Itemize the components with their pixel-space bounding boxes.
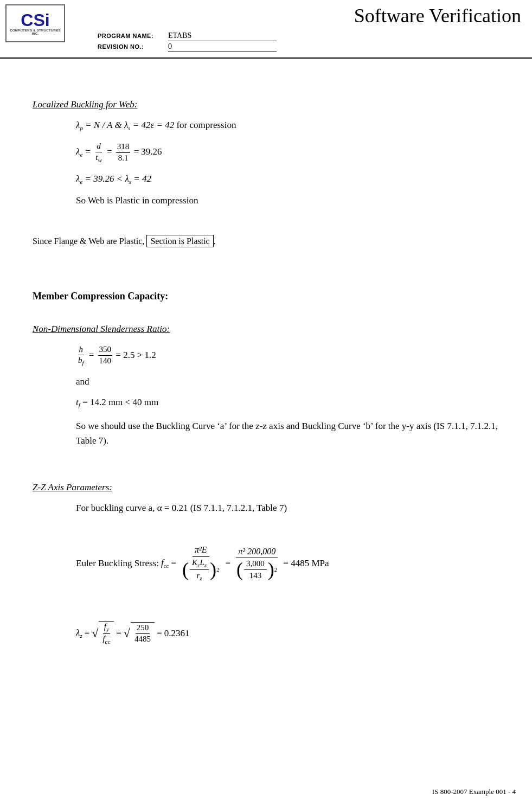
alpha-text: For buckling curve a, α = 0.21 (IS 7.1.1… xyxy=(76,503,499,514)
web-plastic-text: So Web is Plastic in compression xyxy=(76,195,499,206)
compression-capacity-title: Member Compression Capacity: xyxy=(33,291,499,302)
zz-axis-title: Z-Z Axis Parameters: xyxy=(33,482,499,493)
lambda-e-compare-formula: λe = 39.26 < λs = 42 xyxy=(76,174,499,185)
compression-text: for compression xyxy=(176,120,236,130)
lambda-e-formula: λe = d tw = 318 8.1 = 39.26 xyxy=(76,141,499,164)
and-text: and xyxy=(76,376,499,387)
logo-csi-text: CSi xyxy=(21,11,49,29)
revision-row: REVISION NO.: 0 xyxy=(98,42,277,52)
flange-web-plastic: Since Flange & Web are Plastic, Section … xyxy=(33,235,499,248)
euler-label: Euler Buckling Stress: xyxy=(76,558,159,569)
program-name-value: ETABS xyxy=(168,31,277,41)
lambda-z-result: = 0.2361 xyxy=(157,628,190,639)
buckling-curve-text: So we should use the Buckling Curve ‘a’ … xyxy=(76,419,499,448)
euler-formula: Euler Buckling Stress: fcc = π²E ( KzLz … xyxy=(76,544,499,582)
footer: IS 800-2007 Example 001 - 4 xyxy=(432,787,516,796)
page: CSi COMPUTERS & STRUCTURES INC. Software… xyxy=(0,0,532,807)
program-info: PROGRAM NAME: ETABS REVISION NO.: 0 xyxy=(76,31,521,53)
program-name-label: PROGRAM NAME: xyxy=(98,33,168,39)
euler-result: = 4485 MPa xyxy=(283,558,329,569)
logo: CSi COMPUTERS & STRUCTURES INC. xyxy=(5,4,65,42)
section-is-plastic-box: Section is Plastic xyxy=(146,235,213,247)
h-bf-formula: h bf = 350 140 = 2.5 > 1.2 xyxy=(76,344,499,367)
lambda-z-formula: λz = √ fy fcc = √ 250 4485 xyxy=(76,621,499,645)
slenderness-ratio-title: Non-Dimensional Slenderness Ratio: xyxy=(33,324,499,335)
content: Localized Buckling for Web: λp = N / A &… xyxy=(0,59,532,671)
header: CSi COMPUTERS & STRUCTURES INC. Software… xyxy=(0,0,532,59)
tf-formula: tf = 14.2 mm < 40 mm xyxy=(76,397,499,408)
page-title: Software Verification xyxy=(354,4,521,27)
localized-buckling-title: Localized Buckling for Web: xyxy=(33,99,499,110)
lambda-p-formula: λp = N / A & λs = 42ε = 42 for compressi… xyxy=(76,120,499,131)
header-right: Software Verification PROGRAM NAME: ETAB… xyxy=(65,4,521,53)
program-name-row: PROGRAM NAME: ETABS xyxy=(98,31,277,41)
revision-label: REVISION NO.: xyxy=(98,43,168,50)
footer-text: IS 800-2007 Example 001 - 4 xyxy=(432,787,516,796)
logo-sub-text: COMPUTERS & STRUCTURES INC. xyxy=(7,29,64,35)
revision-value: 0 xyxy=(168,42,277,52)
